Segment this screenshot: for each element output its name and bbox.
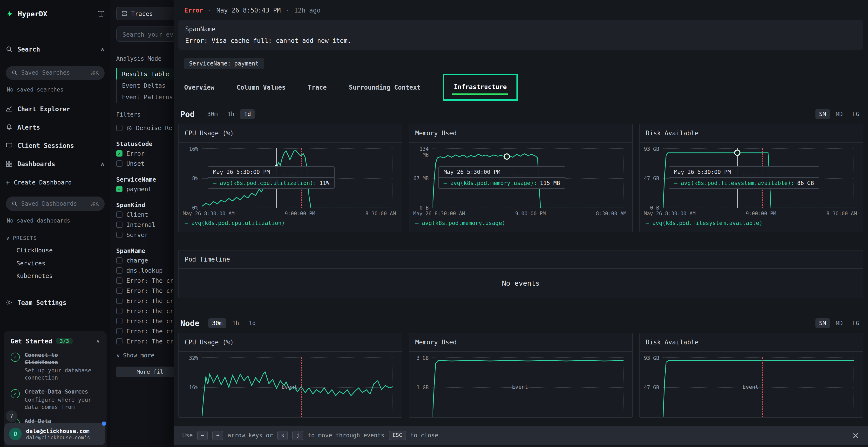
esc-key[interactable]: ESC xyxy=(389,431,406,440)
range-1h[interactable]: 1h xyxy=(228,318,243,328)
tab-trace[interactable]: Trace xyxy=(308,83,327,91)
shortcut-hint: ⌘K xyxy=(90,201,99,207)
get-started-item[interactable]: Connect to ClickHouse Set up your databa… xyxy=(10,352,100,381)
chart-plot[interactable]: Event May 26 5:30:00 PM avg(k8s.pod.file… xyxy=(663,148,854,208)
app-root: HyperDX Search ∧ Saved Searches ⌘K No xyxy=(0,0,868,447)
checkbox-icon[interactable] xyxy=(116,338,123,344)
checkbox-icon[interactable] xyxy=(116,125,123,131)
checkbox-icon[interactable] xyxy=(116,298,123,304)
checkbox-checked-icon[interactable] xyxy=(116,150,123,157)
sidebar-item-label: Team Settings xyxy=(18,299,66,306)
sidebar-item-client-sessions[interactable]: Client Sessions xyxy=(6,136,105,154)
event-marker-line xyxy=(301,357,302,417)
avatar: D xyxy=(9,428,22,440)
checkbox-icon[interactable] xyxy=(116,287,123,294)
sidebar-item-chart-explorer[interactable]: Chart Explorer xyxy=(6,100,105,118)
checkbox-icon[interactable] xyxy=(116,328,123,334)
range-1d[interactable]: 1d xyxy=(240,109,255,119)
y-axis-labels: 93 GB 47 GB xyxy=(642,357,661,417)
size-sm[interactable]: SM xyxy=(815,109,830,119)
span-name-label: SpanName xyxy=(185,26,857,33)
hint-text: to close xyxy=(410,432,438,439)
j-key[interactable]: j xyxy=(292,431,303,440)
y-tick: 93 GB xyxy=(642,146,659,152)
chart-plot[interactable]: Event xyxy=(433,357,623,417)
help-button[interactable]: ? xyxy=(6,410,18,422)
preset-item-kubernetes[interactable]: Kubernetes xyxy=(6,270,105,282)
disk-series-line xyxy=(663,357,854,417)
monitor-icon xyxy=(6,142,12,149)
range-30m[interactable]: 30m xyxy=(208,318,226,328)
filter-option-label: Unset xyxy=(126,160,145,167)
size-sm[interactable]: SM xyxy=(815,318,830,328)
tab-infrastructure[interactable]: Infrastructure xyxy=(454,83,506,91)
checkbox-icon[interactable] xyxy=(116,211,123,218)
tab-column-values[interactable]: Column Values xyxy=(237,83,286,91)
y-tick: 16% xyxy=(181,384,198,390)
x-tick: 9:00:00 PM xyxy=(285,210,315,216)
create-dashboard-button[interactable]: + Create Dashboard xyxy=(6,176,105,189)
sidebar-item-search[interactable]: Search ∧ xyxy=(6,40,105,58)
tab-overview[interactable]: Overview xyxy=(184,83,214,91)
range-1d[interactable]: 1d xyxy=(245,318,260,328)
saved-searches-input[interactable]: Saved Searches ⌘K xyxy=(6,66,105,80)
saved-dashboards-input[interactable]: Saved Dashboards ⌘K xyxy=(6,197,105,211)
chart-title: CPU Usage (%) xyxy=(179,124,402,143)
size-md[interactable]: MD xyxy=(832,109,846,119)
x-axis-labels: May 26 8:30:00 AM 9:00:00 PM 8:30:00 AM xyxy=(183,210,396,216)
preset-item-clickhouse[interactable]: ClickHouse xyxy=(6,244,105,257)
checkbox-icon[interactable] xyxy=(116,308,123,314)
check-circle-icon xyxy=(10,389,20,398)
presets-header[interactable]: ∨ PRESETS xyxy=(6,233,105,244)
chart-plot[interactable]: Event May 26 5:30:00 PM avg(k8s.pod.memo… xyxy=(433,148,623,208)
event-timestamp: May 26 8:50:43 PM xyxy=(217,6,281,14)
sidebar-item-alerts[interactable]: Alerts xyxy=(6,118,105,136)
user-account-chip[interactable]: D dale@clickhouse.com dale@clickhouse.co… xyxy=(4,423,105,445)
tooltip-time: May 26 5:30:00 PM xyxy=(439,167,565,178)
tab-surrounding-context[interactable]: Surrounding Context xyxy=(349,83,421,91)
sidebar-item-team-settings[interactable]: Team Settings xyxy=(6,294,105,311)
saved-searches-placeholder: Saved Searches xyxy=(21,70,70,76)
arrow-left-key[interactable]: ← xyxy=(197,431,208,440)
preset-item-services[interactable]: Services xyxy=(6,257,105,270)
checkbox-icon[interactable] xyxy=(116,318,123,324)
chevron-up-icon[interactable]: ∧ xyxy=(100,161,105,167)
close-icon[interactable]: × xyxy=(852,431,859,440)
event-marker-line xyxy=(763,357,763,417)
sidebar: HyperDX Search ∧ Saved Searches ⌘K No xyxy=(0,0,111,447)
chart-legend: avg(k8s.pod.cpu.utilization) xyxy=(185,220,396,227)
checkbox-icon[interactable] xyxy=(116,232,123,238)
chart-title: CPU Usage (%) xyxy=(179,333,402,352)
size-lg[interactable]: LG xyxy=(848,109,863,119)
chart-plot[interactable]: Event xyxy=(202,357,393,417)
size-lg[interactable]: LG xyxy=(848,318,863,328)
gear-icon xyxy=(6,299,12,306)
filter-option-label: Error: The cr xyxy=(126,277,174,284)
logo-row: HyperDX xyxy=(6,7,105,21)
sidebar-item-dashboards[interactable]: Dashboards ∧ xyxy=(6,154,105,173)
service-name-tag[interactable]: ServiceName: payment xyxy=(184,58,264,69)
range-30m[interactable]: 30m xyxy=(204,109,222,119)
checkbox-icon[interactable] xyxy=(116,257,123,264)
size-md[interactable]: MD xyxy=(832,318,846,328)
collapse-sidebar-icon[interactable] xyxy=(97,10,105,18)
chevron-up-icon[interactable]: ∧ xyxy=(96,338,100,344)
get-started-item[interactable]: Create Data Sources Configure where your… xyxy=(10,388,100,411)
tooltip-time: May 26 5:30:00 PM xyxy=(669,167,819,178)
chevron-up-icon[interactable]: ∧ xyxy=(100,46,105,52)
y-axis-labels: 3 GB 1 GB xyxy=(411,357,431,417)
checkbox-icon[interactable] xyxy=(116,277,123,284)
denoise-icon xyxy=(126,125,132,131)
checkbox-icon[interactable] xyxy=(116,221,123,228)
node-section-header: Node 30m 1h 1d SM MD LG xyxy=(180,318,863,328)
k-key[interactable]: k xyxy=(277,431,288,440)
checkbox-icon[interactable] xyxy=(116,161,123,167)
checkbox-checked-icon[interactable] xyxy=(116,186,123,192)
checkbox-icon[interactable] xyxy=(116,267,123,274)
range-1h[interactable]: 1h xyxy=(223,109,238,119)
arrow-right-key[interactable]: → xyxy=(212,431,223,440)
chart-plot[interactable]: Event May 26 5:30:00 PM avg(k8s.pod.cpu.… xyxy=(202,148,393,208)
chart-plot[interactable]: Event xyxy=(663,357,854,417)
separator-dot: · xyxy=(285,6,289,14)
chevron-down-icon: ∨ xyxy=(116,352,120,358)
